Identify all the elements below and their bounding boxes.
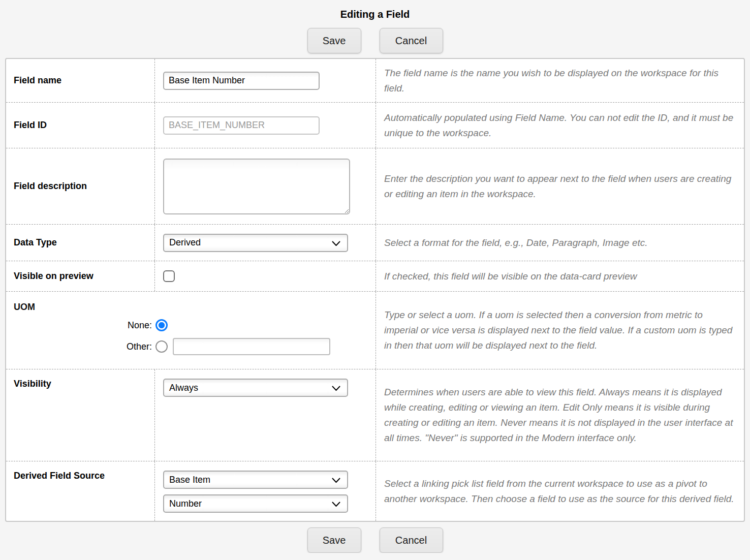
visible-on-preview-checkbox[interactable] [163,270,175,282]
visible-on-preview-label: Visible on preview [6,261,154,291]
save-button-bottom[interactable]: Save [307,527,361,553]
page-title: Editing a Field [0,0,750,20]
uom-help: Type or select a uom. If a uom is select… [384,307,736,353]
field-name-label: Field name [6,59,154,102]
derived-source-pivot-value: Base Item [169,475,210,485]
data-type-selected-value: Derived [169,237,201,248]
data-type-help: Select a format for the field, e.g., Dat… [384,235,648,251]
bottom-button-row: Save Cancel [0,527,750,553]
field-description-textarea[interactable] [163,159,350,214]
field-description-label: Field description [6,148,154,224]
row-uom: UOM None: Other: Type or select a uom. I… [6,291,744,369]
uom-label: UOM [14,302,370,313]
row-visibility: Visibility Always Determines when users … [6,369,744,461]
derived-source-field-value: Number [169,499,202,509]
uom-none-label: None: [14,320,152,331]
row-data-type: Data Type Derived Select a format for th… [6,224,744,261]
row-field-id: Field ID Automatically populated using F… [6,102,744,148]
field-id-label: Field ID [6,103,154,148]
field-id-input [163,116,320,135]
derived-field-source-label: Derived Field Source [6,461,154,521]
chevron-down-icon [332,478,340,483]
derived-field-source-help: Select a linking pick list field from th… [384,476,736,507]
row-derived-field-source: Derived Field Source Base Item Number Se… [6,461,744,521]
field-description-help: Enter the description you want to appear… [384,171,736,202]
cancel-button-top[interactable]: Cancel [380,28,443,53]
data-type-label: Data Type [6,225,154,261]
row-field-name: Field name The field name is the name yo… [6,59,744,102]
field-editor-table: Field name The field name is the name yo… [5,58,745,522]
uom-other-label: Other: [14,341,152,352]
chevron-down-icon [332,502,340,507]
data-type-select[interactable]: Derived [163,234,348,252]
field-name-input[interactable] [163,72,320,90]
row-visible-on-preview: Visible on preview If checked, this fiel… [6,261,744,291]
field-id-help: Automatically populated using Field Name… [384,110,736,141]
chevron-down-icon [332,386,340,391]
visibility-selected-value: Always [169,383,198,393]
derived-source-field-select[interactable]: Number [163,494,348,513]
visibility-help: Determines when users are able to view t… [384,385,736,446]
cancel-button-bottom[interactable]: Cancel [380,527,443,553]
derived-source-pivot-select[interactable]: Base Item [163,471,348,489]
uom-other-input[interactable] [173,338,330,355]
visibility-label: Visibility [6,369,154,461]
row-field-description: Field description Enter the description … [6,148,744,224]
field-name-help: The field name is the name you wish to b… [384,66,736,96]
uom-option-none: None: [14,319,370,331]
chevron-down-icon [332,241,340,246]
top-button-row: Save Cancel [0,28,750,53]
visible-on-preview-help: If checked, this field will be visible o… [384,269,637,284]
uom-other-radio[interactable] [155,340,168,353]
uom-none-radio[interactable] [155,319,168,331]
uom-option-other: Other: [14,338,370,355]
visibility-select[interactable]: Always [163,379,348,397]
save-button-top[interactable]: Save [307,28,361,53]
